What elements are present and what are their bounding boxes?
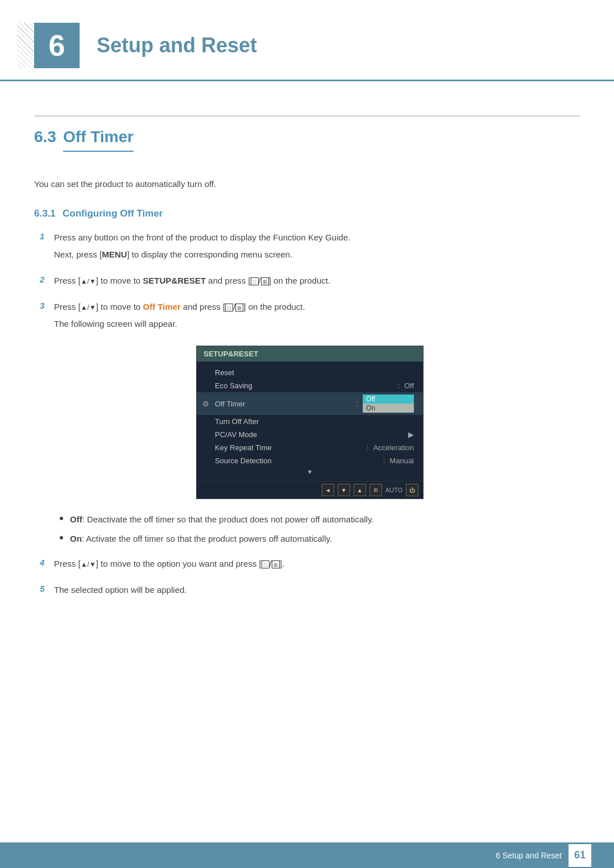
section-title: Off Timer bbox=[63, 128, 134, 152]
page-footer: 6 Setup and Reset 61 bbox=[0, 842, 614, 868]
subsection-heading: 6.3.1 Configuring Off Timer bbox=[34, 208, 580, 219]
step-number-4: 4 bbox=[40, 558, 54, 567]
subsection-title: Configuring Off Timer bbox=[63, 208, 163, 219]
section-description: You can set the product to automatically… bbox=[34, 177, 580, 191]
bullet-off: Off: Deactivate the off timer so that th… bbox=[60, 513, 580, 526]
menu-item-eco-saving: Eco Saving : Off bbox=[197, 379, 423, 392]
off-timer-dropdown: Off On bbox=[363, 394, 414, 413]
gear-icon: ⚙ bbox=[202, 400, 209, 408]
enter6-icon: ⊞ bbox=[272, 560, 280, 568]
off-timer-colon: : bbox=[356, 400, 358, 408]
step-2-line-1: Press [▲/▼] to move to SETUP&RESET and p… bbox=[54, 274, 580, 288]
up-down-arrow3-icon: ▲/▼ bbox=[81, 559, 96, 570]
footer-btn-up: ▲ bbox=[354, 484, 366, 496]
bullet-on: On: Activate the off timer so that the p… bbox=[60, 532, 580, 546]
step-3-line-1: Press [▲/▼] to move to Off Timer and pre… bbox=[54, 300, 580, 314]
step-5: 5 The selected option will be applied. bbox=[40, 583, 580, 600]
step-content-5: The selected option will be applied. bbox=[54, 583, 580, 600]
bullet-dot-on bbox=[60, 536, 63, 539]
bullet-off-text: Off: Deactivate the off timer so that th… bbox=[70, 513, 374, 526]
step-3-line-2: The following screen will appear. bbox=[54, 317, 580, 331]
menu-item-pcav-mode: PC/AV Mode ▶ bbox=[197, 428, 423, 441]
footer-btn-power: ⏻ bbox=[406, 484, 418, 496]
bullet-dot-off bbox=[60, 517, 63, 520]
menu-item-key-repeat: Key Repeat Time : Acceleration bbox=[197, 441, 423, 454]
step-number-5: 5 bbox=[40, 584, 54, 593]
menu-item-eco-saving-label: Eco Saving bbox=[215, 381, 393, 390]
pcav-arrow-icon: ▶ bbox=[408, 430, 414, 439]
chapter-title: Setup and Reset bbox=[97, 34, 257, 57]
subsection-number: 6.3.1 bbox=[34, 208, 56, 219]
footer-btn-left: ◄ bbox=[322, 484, 334, 496]
menu-screen: SETUP&RESET Reset Eco Saving : Off bbox=[196, 346, 424, 499]
eco-saving-value: Off bbox=[404, 381, 414, 390]
source-detection-colon: : bbox=[383, 456, 385, 465]
section-heading: 6.3 Off Timer bbox=[34, 128, 580, 166]
page-number: 61 bbox=[569, 844, 591, 867]
key-repeat-value: Acceleration bbox=[373, 443, 414, 452]
pcav-mode-label: PC/AV Mode bbox=[215, 430, 408, 439]
step-2: 2 Press [▲/▼] to move to SETUP&RESET and… bbox=[40, 274, 580, 291]
step-4-line-1: Press [▲/▼] to move to the option you wa… bbox=[54, 557, 580, 571]
footer-auto-label: AUTO bbox=[385, 487, 403, 493]
step-number-1: 1 bbox=[40, 231, 54, 241]
source-detection-label: Source Detection bbox=[215, 456, 379, 465]
step-content-4: Press [▲/▼] to move to the option you wa… bbox=[54, 557, 580, 574]
enter-icon: □ bbox=[251, 277, 259, 285]
step-4: 4 Press [▲/▼] to move to the option you … bbox=[40, 557, 580, 574]
key-repeat-colon: : bbox=[367, 443, 369, 452]
menu-item-reset: Reset bbox=[197, 366, 423, 379]
menu-screen-container: SETUP&RESET Reset Eco Saving : Off bbox=[40, 346, 580, 499]
footer-btn-enter: ⊞ bbox=[370, 484, 382, 496]
menu-item-off-timer: ⚙ Off Timer : Off On bbox=[197, 392, 423, 415]
off-timer-label: Off Timer bbox=[143, 302, 180, 312]
eco-saving-colon: : bbox=[397, 381, 400, 390]
enter2-icon: ⊞ bbox=[261, 277, 269, 285]
menu-body: Reset Eco Saving : Off ⚙ bbox=[197, 362, 423, 481]
step-1-line-2: Next, press [MENU] to display the corres… bbox=[54, 248, 580, 261]
enter4-icon: ⊞ bbox=[235, 304, 243, 312]
step-content-2: Press [▲/▼] to move to SETUP&RESET and p… bbox=[54, 274, 580, 291]
bullet-on-text: On: Activate the off timer so that the p… bbox=[70, 532, 332, 546]
step-content-3: Press [▲/▼] to move to Off Timer and pre… bbox=[54, 300, 580, 334]
step-1: 1 Press any button on the front of the p… bbox=[40, 231, 580, 265]
turn-off-after-label: Turn Off After bbox=[215, 417, 414, 426]
menu-item-off-timer-row: ⚙ Off Timer : Off On bbox=[197, 392, 423, 415]
menu-footer: ◄ ▼ ▲ ⊞ AUTO ⏻ bbox=[197, 481, 423, 499]
chapter-badge: 6 bbox=[34, 23, 80, 68]
source-detection-value: Manual bbox=[389, 456, 414, 465]
main-content: 6.3 Off Timer You can set the product to… bbox=[34, 98, 580, 600]
on-term: On bbox=[70, 534, 82, 543]
dropdown-option-on: On bbox=[363, 404, 414, 413]
steps-container: 1 Press any button on the front of the p… bbox=[40, 231, 580, 600]
step-5-line-1: The selected option will be applied. bbox=[54, 583, 580, 597]
menu-screen-title: SETUP&RESET bbox=[197, 346, 423, 362]
enter5-icon: □ bbox=[262, 560, 269, 568]
page-header: 6 Setup and Reset bbox=[34, 6, 614, 80]
footer-section-text: 6 Setup and Reset bbox=[496, 851, 562, 860]
chapter-number: 6 bbox=[49, 28, 65, 63]
chapter-divider bbox=[0, 80, 614, 81]
up-down-arrow2-icon: ▲/▼ bbox=[81, 302, 96, 313]
up-down-arrow-icon: ▲/▼ bbox=[81, 276, 96, 287]
setup-reset-label: SETUP&RESET bbox=[143, 276, 206, 285]
menu-item-turn-off-after: Turn Off After bbox=[197, 415, 423, 428]
option-bullets: Off: Deactivate the off timer so that th… bbox=[60, 513, 580, 546]
menu-item-source-detection: Source Detection : Manual bbox=[197, 454, 423, 467]
section-6-3: 6.3 Off Timer You can set the product to… bbox=[34, 115, 580, 600]
off-term: Off bbox=[70, 514, 82, 524]
footer-btn-down: ▼ bbox=[338, 484, 350, 496]
step-number-3: 3 bbox=[40, 301, 54, 310]
section-number: 6.3 bbox=[34, 128, 56, 146]
step-content-1: Press any button on the front of the pro… bbox=[54, 231, 580, 265]
step-1-line-1: Press any button on the front of the pro… bbox=[54, 231, 580, 244]
enter3-icon: □ bbox=[225, 304, 233, 312]
dropdown-option-off: Off bbox=[363, 394, 414, 404]
step-number-2: 2 bbox=[40, 275, 54, 284]
menu-item-reset-label: Reset bbox=[215, 368, 414, 377]
step-3: 3 Press [▲/▼] to move to Off Timer and p… bbox=[40, 300, 580, 334]
off-timer-label-text: Off Timer bbox=[215, 400, 351, 408]
menu-scroll-down-icon: ▼ bbox=[197, 467, 423, 476]
key-repeat-label: Key Repeat Time bbox=[215, 443, 362, 452]
